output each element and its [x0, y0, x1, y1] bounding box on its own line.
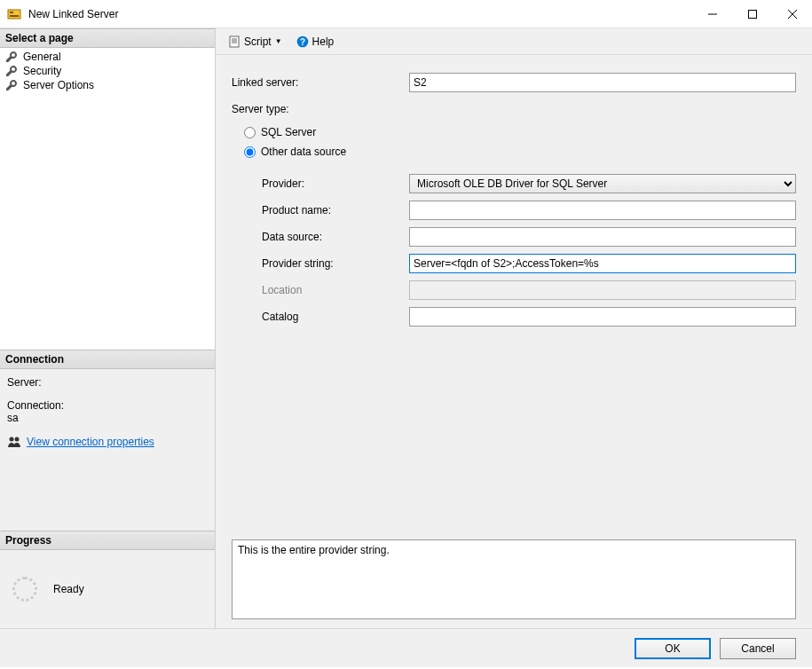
data-source-label: Data source: — [232, 231, 409, 243]
page-item-general[interactable]: General — [0, 50, 215, 64]
svg-rect-9 — [230, 36, 239, 47]
sql-server-radio-label: SQL Server — [261, 126, 316, 138]
page-item-label: Security — [23, 65, 61, 77]
catalog-input[interactable] — [409, 307, 796, 327]
chevron-down-icon: ▼ — [275, 37, 282, 45]
maximize-button[interactable] — [732, 0, 772, 28]
linked-server-label: Linked server: — [232, 76, 409, 89]
svg-rect-1 — [10, 12, 13, 13]
page-item-server-options[interactable]: Server Options — [0, 78, 215, 92]
form-area: Linked server: Server type: SQL Server O… — [216, 55, 812, 628]
server-label: Server: — [7, 376, 208, 389]
minimize-button[interactable] — [692, 0, 732, 28]
wrench-icon — [5, 65, 18, 77]
close-button[interactable] — [772, 0, 812, 28]
script-icon — [228, 35, 240, 48]
other-data-source-radio-label: Other data source — [261, 146, 346, 158]
product-name-label: Product name: — [232, 204, 409, 216]
app-icon — [7, 7, 21, 21]
progress-panel: Ready — [0, 550, 215, 628]
provider-label: Provider: — [232, 177, 409, 190]
progress-header: Progress — [0, 531, 215, 550]
connection-value: sa — [7, 412, 208, 424]
location-label: Location — [232, 284, 409, 296]
title-bar: New Linked Server — [0, 0, 812, 28]
svg-rect-4 — [748, 10, 756, 18]
cancel-button[interactable]: Cancel — [720, 638, 796, 659]
other-data-source-radio[interactable] — [244, 146, 256, 158]
page-list: General Security Server Options — [0, 48, 215, 350]
script-label: Script — [244, 35, 272, 48]
window-title: New Linked Server — [28, 8, 692, 20]
connection-panel: Server: Connection: sa View connection p… — [0, 369, 215, 531]
provider-select[interactable]: Microsoft OLE DB Driver for SQL Server — [409, 174, 796, 193]
page-item-security[interactable]: Security — [0, 64, 215, 78]
svg-text:?: ? — [300, 36, 305, 46]
progress-spinner-icon — [12, 577, 37, 602]
help-icon: ? — [296, 35, 309, 48]
sidebar: Select a page General Security Server Op… — [0, 28, 216, 628]
ok-button[interactable]: OK — [635, 638, 711, 659]
svg-rect-0 — [8, 10, 20, 19]
progress-status: Ready — [53, 583, 84, 595]
provider-string-input[interactable] — [409, 254, 796, 273]
page-item-label: Server Options — [23, 79, 94, 91]
connection-header: Connection — [0, 350, 215, 369]
sql-server-radio[interactable] — [244, 127, 256, 138]
server-type-label: Server type: — [232, 103, 409, 115]
page-item-label: General — [23, 51, 61, 63]
script-dropdown[interactable]: Script ▼ — [225, 34, 286, 50]
wrench-icon — [5, 79, 18, 91]
wrench-icon — [5, 51, 18, 63]
select-page-header: Select a page — [0, 28, 215, 48]
linked-server-input[interactable] — [409, 73, 796, 92]
button-bar: OK Cancel — [0, 628, 812, 667]
main-area: Script ▼ ? Help Linked server: Server ty… — [216, 28, 812, 628]
people-icon — [7, 435, 21, 449]
catalog-label: Catalog — [232, 311, 409, 323]
connection-label: Connection: — [7, 399, 208, 412]
svg-rect-2 — [10, 15, 19, 17]
view-connection-properties-link[interactable]: View connection properties — [27, 436, 154, 448]
provider-string-label: Provider string: — [232, 257, 409, 270]
toolbar: Script ▼ ? Help — [216, 28, 812, 55]
svg-point-7 — [10, 437, 14, 442]
svg-point-8 — [15, 437, 20, 442]
data-source-input[interactable] — [409, 227, 796, 247]
product-name-input[interactable] — [409, 201, 796, 220]
notes-box: This is the entire provider string. — [232, 539, 796, 619]
help-button[interactable]: ? Help — [293, 34, 338, 50]
location-input — [409, 280, 796, 300]
help-label: Help — [312, 35, 335, 48]
